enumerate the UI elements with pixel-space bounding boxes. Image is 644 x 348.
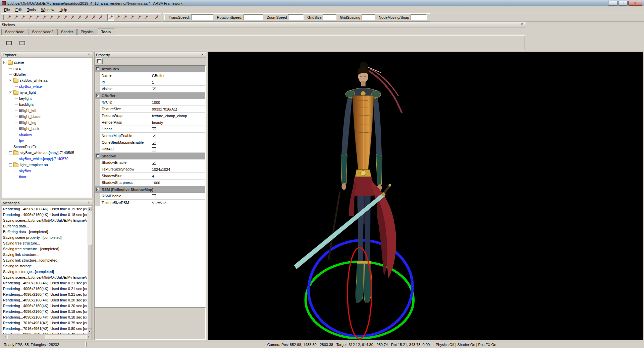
scale-tool-icon[interactable] bbox=[26, 14, 33, 21]
toolbar-grip-2[interactable] bbox=[164, 15, 165, 20]
tree-item-ScreenPostFx[interactable]: ScreenPostFx bbox=[2, 144, 92, 150]
checkbox-checked[interactable]: ✓ bbox=[152, 87, 156, 91]
tree-item-floor[interactable]: floor bbox=[2, 174, 92, 180]
property-value[interactable]: GBuffer bbox=[150, 72, 205, 79]
tree-expander-icon[interactable]: - bbox=[9, 91, 12, 94]
minimize-button[interactable]: – bbox=[608, 1, 618, 6]
menu-file[interactable]: File bbox=[1, 7, 13, 13]
gizmo-ring-y-front[interactable] bbox=[306, 300, 414, 338]
scroll-left-icon[interactable]: ◄ bbox=[2, 335, 7, 339]
toolbar-grip[interactable] bbox=[3, 15, 4, 20]
tab-tools[interactable]: Tools bbox=[98, 28, 115, 35]
grid-size-input[interactable] bbox=[323, 14, 336, 20]
tree-item-filllight_leg[interactable]: filllight_leg bbox=[2, 120, 92, 126]
render-tool-icon[interactable] bbox=[143, 14, 149, 21]
shelf-item-2-button[interactable] bbox=[17, 38, 27, 48]
property-section-header[interactable]: -Attributes bbox=[95, 66, 205, 72]
property-value[interactable]: 1 bbox=[150, 79, 205, 85]
tab-scenenode[interactable]: SceneNode bbox=[1, 29, 28, 35]
property-section-header[interactable]: -Shadow bbox=[95, 153, 205, 159]
tree-item-skyBox_white.aa[interactable]: -skyBox_white.aa bbox=[2, 77, 92, 83]
scroll-up-icon[interactable]: ▲ bbox=[87, 206, 92, 211]
messages-vertical-scrollbar[interactable]: ▲ ▼ bbox=[87, 206, 92, 334]
tab-scenenode2[interactable]: SceneNode2 bbox=[29, 29, 57, 35]
explorer-close-icon[interactable]: × bbox=[87, 53, 91, 57]
hscroll-track[interactable] bbox=[7, 335, 87, 339]
property-close-icon[interactable]: × bbox=[200, 53, 205, 57]
checkbox-checked[interactable]: ✓ bbox=[152, 127, 156, 131]
rotation-speed-input[interactable] bbox=[244, 14, 263, 20]
property-value[interactable]: 4 bbox=[150, 173, 205, 179]
tree-item-light_template.aa[interactable]: -light_template.aa bbox=[2, 162, 92, 168]
snap-x-tool-icon[interactable] bbox=[114, 14, 121, 21]
rotate-tool-icon[interactable] bbox=[19, 14, 26, 21]
property-value[interactable]: beauty bbox=[150, 119, 205, 126]
tree-item-skyBox_white.aa-[copy]-7140565[interactable]: -skyBox_white.aa-[copy]-7140565 bbox=[2, 150, 92, 156]
scroll-thumb[interactable] bbox=[87, 244, 92, 329]
world-axis-tool-icon[interactable] bbox=[34, 14, 40, 21]
tab-shader[interactable]: Shader bbox=[57, 29, 76, 35]
local-axis-tool-icon[interactable] bbox=[41, 14, 47, 21]
checkbox-checked[interactable]: ✓ bbox=[152, 134, 156, 138]
play-tool-icon[interactable] bbox=[153, 14, 160, 21]
camera-tool-icon[interactable] bbox=[48, 14, 54, 21]
maximize-button[interactable]: □ bbox=[618, 1, 628, 6]
tree-item-backlight[interactable]: backlight bbox=[2, 101, 92, 108]
tree-expander-icon[interactable]: - bbox=[9, 79, 12, 82]
mesh-tool-icon[interactable] bbox=[62, 14, 68, 21]
shelf-item-1-button[interactable] bbox=[4, 38, 13, 48]
tree-item-skyBox_white[interactable]: skyBox_white bbox=[2, 83, 92, 89]
hscroll-thumb[interactable] bbox=[7, 335, 45, 339]
shelves-close-icon[interactable]: × bbox=[520, 22, 524, 27]
grid-toggle-tool-icon[interactable] bbox=[136, 14, 142, 21]
property-value[interactable]: 1000 bbox=[150, 180, 205, 186]
script-tool-icon[interactable] bbox=[97, 14, 104, 21]
tree-item-scene[interactable]: -scene bbox=[2, 59, 92, 65]
trans-speed-input[interactable] bbox=[191, 14, 213, 20]
tree-item-lpv[interactable]: lpv bbox=[2, 138, 92, 144]
messages-horizontal-scrollbar[interactable]: ◄ ► bbox=[2, 334, 92, 340]
tree-expander-icon[interactable]: - bbox=[3, 61, 6, 64]
tree-item-nyra_light[interactable]: -nyra_light bbox=[2, 89, 92, 95]
section-collapse-icon[interactable]: - bbox=[96, 188, 99, 191]
tree-item-filllight_blade[interactable]: filllight_blade bbox=[2, 114, 92, 120]
tree-item-skyBox_white-[copy]-7140579[interactable]: skyBox_white-[copy]-7140579 bbox=[2, 156, 92, 162]
terrain-tool-icon[interactable] bbox=[90, 14, 97, 21]
title-bar[interactable]: L:/drive/@I/@Oil/Bak/E/My Engine/arsa/do… bbox=[0, 0, 644, 6]
property-value[interactable]: 9933x7016(A1) bbox=[150, 106, 205, 112]
menu-window[interactable]: Window bbox=[38, 7, 57, 13]
checkbox-checked[interactable]: ✓ bbox=[152, 161, 156, 165]
messages-close-icon[interactable]: × bbox=[87, 201, 91, 205]
tree-item-nyra[interactable]: nyra bbox=[2, 65, 92, 71]
zoom-speed-input[interactable] bbox=[288, 14, 304, 20]
scroll-track[interactable] bbox=[87, 211, 92, 329]
grid-spacing-input[interactable] bbox=[362, 14, 375, 20]
section-collapse-icon[interactable]: - bbox=[96, 94, 99, 97]
tree-item-shadow[interactable]: shadow bbox=[2, 132, 92, 138]
property-value[interactable]: 1024x1024 bbox=[150, 166, 205, 172]
tree-item-keylight[interactable]: keylight bbox=[2, 95, 92, 101]
node-moving-snap-input[interactable] bbox=[411, 14, 427, 20]
menu-edit[interactable]: Edit bbox=[13, 7, 24, 13]
tree-expander-icon[interactable]: - bbox=[9, 163, 12, 166]
light-tool-icon[interactable] bbox=[55, 14, 61, 21]
property-value[interactable]: 1000 bbox=[150, 99, 205, 106]
tab-physics[interactable]: Physics bbox=[77, 29, 97, 35]
menu-tools[interactable]: Tools bbox=[24, 7, 39, 13]
character-render[interactable] bbox=[294, 62, 402, 302]
scroll-right-icon[interactable]: ► bbox=[87, 335, 92, 339]
scroll-down-icon[interactable]: ▼ bbox=[87, 329, 92, 334]
translate-tool-icon[interactable] bbox=[12, 14, 19, 21]
menu-help[interactable]: Help bbox=[57, 7, 70, 13]
snap-z-tool-icon[interactable] bbox=[128, 14, 135, 21]
property-value[interactable]: 512x512 bbox=[150, 200, 205, 206]
select-tool-icon[interactable] bbox=[5, 14, 12, 21]
material-tool-icon[interactable] bbox=[69, 14, 75, 21]
tree-item-GBuffer[interactable]: GBuffer bbox=[2, 71, 92, 77]
checkbox-unchecked[interactable] bbox=[152, 194, 156, 198]
node-moving-tool-icon[interactable] bbox=[107, 14, 114, 21]
physics-tool-icon[interactable] bbox=[76, 14, 83, 21]
tree-item-skyBox[interactable]: skyBox bbox=[2, 168, 92, 174]
particle-tool-icon[interactable] bbox=[83, 14, 90, 21]
section-collapse-icon[interactable]: - bbox=[96, 154, 99, 157]
